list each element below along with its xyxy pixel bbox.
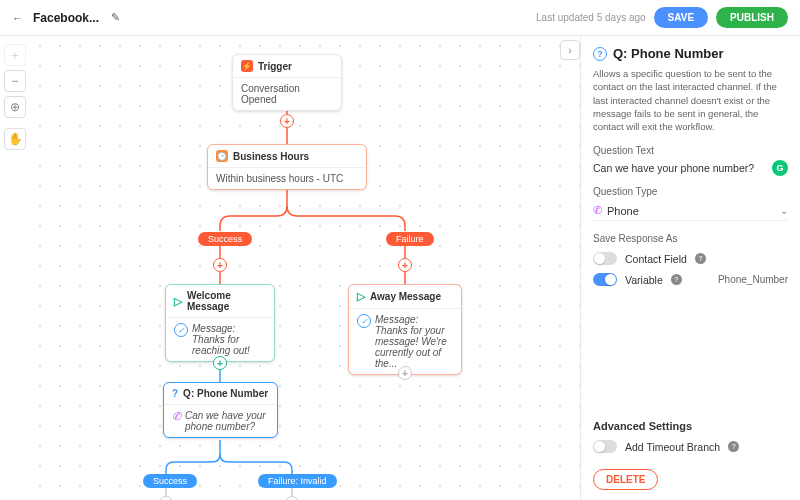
node-question-phone[interactable]: ?Q: Phone Number ✆Can we have your phone… bbox=[163, 382, 278, 438]
add-step-button[interactable]: + bbox=[398, 258, 412, 272]
question-type-label: Question Type bbox=[593, 186, 788, 197]
question-type-select[interactable]: ✆ Phone ⌄ bbox=[593, 201, 788, 221]
advanced-settings-heading: Advanced Settings bbox=[593, 420, 788, 432]
branch-success-pill[interactable]: Success bbox=[198, 232, 252, 246]
last-updated: Last updated 5 days ago bbox=[536, 12, 646, 23]
grammarly-icon: G bbox=[772, 160, 788, 176]
delete-button[interactable]: DELETE bbox=[593, 469, 658, 490]
node-label: Welcome Message bbox=[187, 290, 266, 312]
add-step-button[interactable]: + bbox=[213, 356, 227, 370]
node-body: Conversation Opened bbox=[233, 77, 341, 110]
question-icon: ? bbox=[593, 47, 607, 61]
help-icon[interactable]: ? bbox=[695, 253, 706, 264]
phone-icon: ✆ bbox=[593, 204, 602, 217]
branch-failure-pill[interactable]: Failure bbox=[386, 232, 434, 246]
contact-field-toggle[interactable] bbox=[593, 252, 617, 265]
branch-failure-invalid-pill[interactable]: Failure: Invalid bbox=[258, 474, 337, 488]
node-trigger[interactable]: ⚡Trigger Conversation Opened bbox=[232, 54, 342, 111]
send-icon: ▷ bbox=[357, 290, 365, 303]
back-button[interactable]: ← bbox=[12, 12, 23, 24]
node-business-hours[interactable]: 🕑Business Hours Within business hours - … bbox=[207, 144, 367, 190]
collapse-panel-button[interactable]: › bbox=[560, 40, 580, 60]
question-text-input[interactable]: Can we have your phone number? bbox=[593, 162, 754, 174]
node-label: Q: Phone Number bbox=[183, 388, 268, 399]
variable-name-input[interactable]: Phone_Number bbox=[718, 274, 788, 285]
node-welcome-message[interactable]: ▷Welcome Message ✓Message: Thanks for re… bbox=[165, 284, 275, 362]
trigger-icon: ⚡ bbox=[241, 60, 253, 72]
save-button[interactable]: SAVE bbox=[654, 7, 709, 28]
node-away-message[interactable]: ▷Away Message ✓Message: Thanks for your … bbox=[348, 284, 462, 375]
clock-icon: 🕑 bbox=[216, 150, 228, 162]
panel-description: Allows a specific question to be sent to… bbox=[593, 67, 788, 133]
question-icon: ? bbox=[172, 388, 178, 399]
help-icon[interactable]: ? bbox=[671, 274, 682, 285]
node-label: Business Hours bbox=[233, 151, 309, 162]
zoom-out-button[interactable]: − bbox=[4, 70, 26, 92]
variable-toggle[interactable] bbox=[593, 273, 617, 286]
edit-title-icon[interactable]: ✎ bbox=[111, 11, 120, 24]
add-step-button[interactable]: + bbox=[285, 496, 299, 500]
pan-button[interactable]: ✋ bbox=[4, 128, 26, 150]
chevron-down-icon: ⌄ bbox=[780, 205, 788, 216]
save-response-label: Save Response As bbox=[593, 233, 788, 244]
add-step-button[interactable]: + bbox=[213, 258, 227, 272]
header: ← Facebook... ✎ Last updated 5 days ago … bbox=[0, 0, 800, 36]
add-step-button[interactable]: + bbox=[280, 114, 294, 128]
phone-icon: ✆ bbox=[172, 410, 181, 423]
node-label: Away Message bbox=[370, 291, 441, 302]
question-text-label: Question Text bbox=[593, 145, 788, 156]
message-icon: ✓ bbox=[174, 323, 188, 337]
properties-panel: ?Q: Phone Number Allows a specific quest… bbox=[580, 36, 800, 500]
workflow-canvas[interactable]: › bbox=[30, 36, 580, 500]
node-body: Within business hours - UTC bbox=[208, 167, 366, 189]
add-step-button[interactable]: + bbox=[398, 366, 412, 380]
timeout-toggle[interactable] bbox=[593, 440, 617, 453]
publish-button[interactable]: PUBLISH bbox=[716, 7, 788, 28]
send-icon: ▷ bbox=[174, 295, 182, 308]
workflow-title: Facebook... bbox=[33, 11, 99, 25]
panel-title: Q: Phone Number bbox=[613, 46, 724, 61]
zoom-in-button: ＋ bbox=[4, 44, 26, 66]
help-icon[interactable]: ? bbox=[728, 441, 739, 452]
canvas-toolbar: ＋ − ⊕ ✋ bbox=[0, 36, 30, 500]
message-icon: ✓ bbox=[357, 314, 371, 328]
add-step-button[interactable]: + bbox=[159, 496, 173, 500]
branch-success-pill[interactable]: Success bbox=[143, 474, 197, 488]
fit-button[interactable]: ⊕ bbox=[4, 96, 26, 118]
node-label: Trigger bbox=[258, 61, 292, 72]
